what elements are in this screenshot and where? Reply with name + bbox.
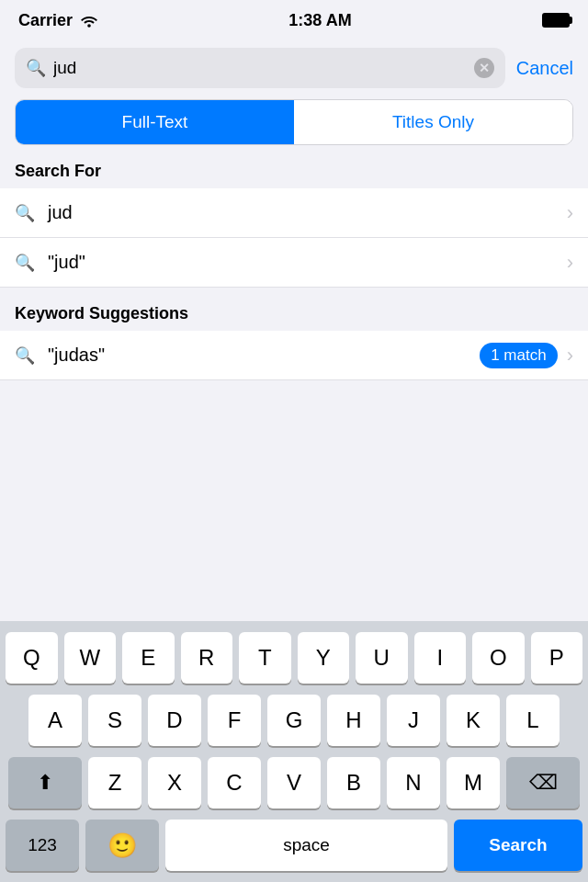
key-w[interactable]: W xyxy=(64,632,117,684)
number-key[interactable]: 123 xyxy=(6,820,79,871)
key-t[interactable]: T xyxy=(239,632,291,684)
search-item-jud: jud xyxy=(48,202,567,223)
key-l[interactable]: L xyxy=(506,695,560,746)
chevron-icon-1: › xyxy=(567,201,573,225)
keyboard-row-2: A S D F G H J K L xyxy=(6,695,582,746)
key-m[interactable]: M xyxy=(447,757,500,808)
list-item[interactable]: 🔍 jud › xyxy=(0,188,588,238)
keyword-suggestions-header: Keyword Suggestions xyxy=(0,288,588,331)
key-r[interactable]: R xyxy=(181,632,233,684)
key-e[interactable]: E xyxy=(122,632,175,684)
segment-control: Full-Text Titles Only xyxy=(15,99,573,145)
keyboard: Q W E R T Y U I O P A S D F G H J K L ⬆ … xyxy=(0,621,588,882)
carrier-info: Carrier xyxy=(18,11,98,30)
shift-key[interactable]: ⬆ xyxy=(8,757,82,808)
search-icon-row3: 🔍 xyxy=(15,345,35,366)
chevron-icon-3: › xyxy=(567,344,573,368)
key-n[interactable]: N xyxy=(387,757,440,808)
space-key[interactable]: space xyxy=(165,820,447,871)
key-s[interactable]: S xyxy=(88,695,141,746)
key-f[interactable]: F xyxy=(208,695,261,746)
search-icon-row1: 🔍 xyxy=(15,203,35,223)
battery-icon xyxy=(542,13,570,28)
key-j[interactable]: J xyxy=(387,695,440,746)
list-item[interactable]: 🔍 "judas" 1 match › xyxy=(0,331,588,380)
carrier-label: Carrier xyxy=(18,11,73,30)
chevron-icon-2: › xyxy=(567,251,573,275)
key-o[interactable]: O xyxy=(472,632,525,684)
list-item[interactable]: 🔍 "jud" › xyxy=(0,238,588,288)
clear-button[interactable]: ✕ xyxy=(474,58,494,78)
key-a[interactable]: A xyxy=(28,695,82,746)
status-bar: Carrier 1:38 AM xyxy=(0,0,588,40)
segment-titles-only[interactable]: Titles Only xyxy=(294,100,572,144)
search-bar-row: 🔍 ✕ Cancel xyxy=(0,40,588,96)
battery-area xyxy=(542,13,570,28)
key-y[interactable]: Y xyxy=(298,632,350,684)
status-time: 1:38 AM xyxy=(288,11,351,30)
key-x[interactable]: X xyxy=(148,757,201,808)
search-for-header: Search For xyxy=(0,145,588,188)
keyboard-bottom-row: 123 🙂 space Search xyxy=(6,820,582,871)
search-input[interactable] xyxy=(53,58,467,78)
key-i[interactable]: I xyxy=(414,632,467,684)
segment-full-text[interactable]: Full-Text xyxy=(16,100,294,144)
search-input-wrapper[interactable]: 🔍 ✕ xyxy=(15,48,505,88)
svg-point-0 xyxy=(87,24,91,28)
keyword-item-judas: "judas" xyxy=(48,345,480,366)
key-q[interactable]: Q xyxy=(6,632,58,684)
key-d[interactable]: D xyxy=(148,695,201,746)
search-icon-row2: 🔍 xyxy=(15,253,35,273)
key-k[interactable]: K xyxy=(447,695,500,746)
match-badge: 1 match xyxy=(480,343,557,368)
key-p[interactable]: P xyxy=(531,632,583,684)
keyboard-row-1: Q W E R T Y U I O P xyxy=(6,632,582,684)
key-h[interactable]: H xyxy=(327,695,380,746)
search-icon: 🔍 xyxy=(26,58,46,78)
key-z[interactable]: Z xyxy=(88,757,141,808)
search-item-jud-quoted: "jud" xyxy=(48,252,567,273)
key-c[interactable]: C xyxy=(208,757,261,808)
key-u[interactable]: U xyxy=(356,632,408,684)
emoji-key[interactable]: 🙂 xyxy=(85,820,159,871)
delete-key[interactable]: ⌫ xyxy=(506,757,580,808)
search-key[interactable]: Search xyxy=(454,820,582,871)
keyboard-row-3: ⬆ Z X C V B N M ⌫ xyxy=(6,757,582,808)
key-g[interactable]: G xyxy=(267,695,321,746)
key-v[interactable]: V xyxy=(267,757,321,808)
wifi-icon xyxy=(80,13,98,28)
key-b[interactable]: B xyxy=(327,757,380,808)
cancel-button[interactable]: Cancel xyxy=(516,58,573,79)
